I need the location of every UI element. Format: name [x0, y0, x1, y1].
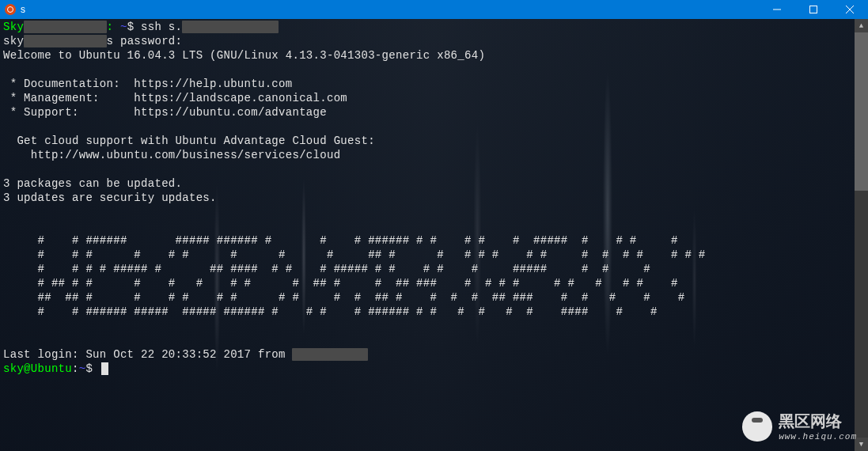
- prompt2-sep: :: [72, 362, 79, 375]
- ascii-art-line: # # ###### ##### ##### ###### # # # # ##…: [3, 305, 658, 318]
- watermark-url: www.heiqu.com: [779, 432, 857, 442]
- window-titlebar: s: [0, 0, 868, 19]
- cloud-line1: Get cloud support with Ubuntu Advantage …: [3, 135, 375, 147]
- prompt-path: ~: [120, 21, 127, 33]
- command-text: ssh s.: [141, 21, 182, 33]
- cloud-line2: http://www.ubuntu.com/business/services/…: [3, 149, 340, 161]
- watermark: 黑区网络 www.heiqu.com: [742, 411, 857, 442]
- redacted-text: [24, 21, 106, 33]
- window-title: s: [21, 4, 25, 15]
- scroll-thumb[interactable]: [855, 32, 868, 191]
- ascii-art-line: # # # # ##### # ## #### # # # ##### # # …: [3, 263, 650, 275]
- last-login-prefix: Last login: Sun Oct 22 20:33:52 2017 fro…: [3, 348, 292, 361]
- prompt-user-host: Sky: [3, 21, 24, 33]
- scroll-up-button[interactable]: ▲: [855, 19, 868, 32]
- maximize-button[interactable]: [795, 0, 832, 19]
- doc-url: https://help.ubuntu.com: [134, 78, 292, 90]
- titlebar-left: s: [0, 4, 25, 15]
- prompt-sep: :: [107, 21, 120, 33]
- mgmt-url: https://landscape.canonical.com: [134, 92, 347, 104]
- sup-label: * Support:: [3, 106, 134, 119]
- sup-url: https://ubuntu.com/advantage: [134, 106, 327, 119]
- prompt2-user-host: sky@Ubuntu: [3, 362, 72, 375]
- redacted-text: [24, 35, 106, 47]
- updates-line1: 3 packages can be updated.: [3, 177, 182, 190]
- prompt-dollar: $: [127, 21, 141, 33]
- prompt2-dollar: $: [85, 362, 99, 375]
- redacted-text: [292, 348, 368, 361]
- ascii-art-line: ## ## # # # # # # # # # # ## # # # # ## …: [3, 291, 684, 304]
- welcome-line: Welcome to Ubuntu 16.04.3 LTS (GNU/Linux…: [3, 49, 485, 62]
- ascii-art-line: # # ###### ##### ###### # # # ###### # #…: [3, 234, 678, 247]
- close-button[interactable]: [832, 0, 868, 19]
- watermark-text: 黑区网络 www.heiqu.com: [779, 411, 857, 442]
- window-control-buttons: [759, 0, 868, 19]
- redacted-text: [182, 21, 279, 33]
- password-prefix: sky: [3, 35, 24, 47]
- terminal-cursor: [101, 362, 108, 375]
- terminal-output[interactable]: Sky : ~$ ssh s. sky s password: Welcome …: [0, 19, 855, 451]
- minimize-button[interactable]: [759, 0, 795, 19]
- terminal-container: Sky : ~$ ssh s. sky s password: Welcome …: [0, 19, 868, 451]
- doc-label: * Documentation:: [3, 78, 134, 90]
- ubuntu-icon: [5, 4, 16, 15]
- ascii-art-line: # ## # # # # # # # # ## # # ## ### # # #…: [3, 277, 678, 290]
- vertical-scrollbar[interactable]: ▲ ▼: [855, 19, 868, 451]
- watermark-title: 黑区网络: [779, 411, 857, 432]
- svg-rect-1: [810, 6, 817, 13]
- updates-line2: 3 updates are security updates.: [3, 191, 217, 204]
- ascii-art-line: # # # # # # # # # ## # # # # # # # # # #…: [3, 248, 706, 261]
- mgmt-label: * Management:: [3, 92, 134, 104]
- password-suffix: s password:: [107, 35, 183, 47]
- watermark-mushroom-icon: [742, 411, 772, 442]
